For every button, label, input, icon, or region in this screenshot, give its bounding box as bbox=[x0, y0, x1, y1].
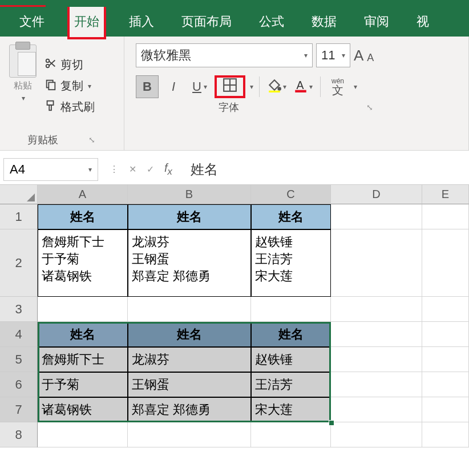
cell-d3[interactable] bbox=[331, 297, 422, 322]
tab-review[interactable]: 审阅 bbox=[359, 6, 394, 37]
cell-d2[interactable] bbox=[331, 229, 422, 297]
svg-rect-12 bbox=[269, 91, 280, 92]
cell-b8[interactable] bbox=[128, 422, 251, 447]
row-header-7[interactable]: 7 bbox=[0, 397, 38, 422]
tab-file[interactable]: 文件 bbox=[15, 6, 49, 37]
cell-d8[interactable] bbox=[331, 422, 422, 447]
formula-value[interactable]: 姓名 bbox=[180, 160, 218, 179]
cell-e6[interactable] bbox=[422, 372, 469, 397]
cell-c1[interactable]: 姓名 bbox=[251, 204, 331, 229]
copy-button[interactable]: 复制 ▾ bbox=[45, 78, 95, 94]
grow-font-button[interactable]: A bbox=[354, 47, 363, 64]
bold-button[interactable]: B bbox=[136, 75, 159, 98]
group-clipboard: 粘贴 ▾ 剪切 复制 ▾ bbox=[0, 37, 124, 150]
cell-c3[interactable] bbox=[251, 297, 331, 322]
cell-a1[interactable]: 姓名 bbox=[38, 204, 128, 229]
underline-button[interactable]: U ▾ bbox=[188, 75, 211, 98]
font-size-combo[interactable]: 11 ▾ bbox=[316, 43, 350, 67]
row-header-4[interactable]: 4 bbox=[0, 322, 38, 347]
cell-a5[interactable]: 詹姆斯下士 bbox=[38, 347, 128, 372]
cell-d6[interactable] bbox=[331, 372, 422, 397]
col-header-d[interactable]: D bbox=[331, 185, 422, 204]
row-header-3[interactable]: 3 bbox=[0, 297, 38, 322]
formula-options-icon[interactable]: ⋮ bbox=[110, 164, 119, 175]
cell-a8[interactable] bbox=[38, 422, 128, 447]
paste-icon bbox=[9, 45, 37, 78]
grid: A B C D E 1 姓名 姓名 姓名 2 詹姆斯下士 于予菊 诸葛钢铁 龙淑… bbox=[0, 185, 469, 447]
cell-b3[interactable] bbox=[128, 297, 251, 322]
font-launcher[interactable]: ⤡ bbox=[365, 102, 375, 112]
cut-button[interactable]: 剪切 bbox=[45, 57, 95, 72]
row-header-1[interactable]: 1 bbox=[0, 204, 38, 229]
cell-e1[interactable] bbox=[422, 204, 469, 229]
row-header-6[interactable]: 6 bbox=[0, 372, 38, 397]
col-header-c[interactable]: C bbox=[251, 185, 331, 204]
cell-d4[interactable] bbox=[331, 322, 422, 347]
font-color-icon: A bbox=[293, 78, 308, 96]
cell-e4[interactable] bbox=[422, 322, 469, 347]
row-header-2[interactable]: 2 bbox=[0, 229, 38, 297]
cell-c8[interactable] bbox=[251, 422, 331, 447]
tab-data[interactable]: 数据 bbox=[307, 6, 341, 37]
cell-b5[interactable]: 龙淑芬 bbox=[128, 347, 251, 372]
borders-button[interactable] bbox=[215, 75, 245, 98]
phonetic-guide-button[interactable]: wén 文 bbox=[326, 75, 349, 98]
cell-c6[interactable]: 王洁芳 bbox=[251, 372, 331, 397]
cell-e2[interactable] bbox=[422, 229, 469, 297]
tab-formulas[interactable]: 公式 bbox=[254, 6, 289, 37]
cell-e3[interactable] bbox=[422, 297, 469, 322]
cell-b1[interactable]: 姓名 bbox=[128, 204, 251, 229]
select-all-corner[interactable] bbox=[0, 185, 38, 204]
cut-label: 剪切 bbox=[60, 57, 83, 72]
cell-d7[interactable] bbox=[331, 397, 422, 422]
formula-bar: A4 ▾ ⋮ ✕ ✓ fx 姓名 bbox=[0, 154, 469, 185]
font-color-button[interactable]: A ▾ bbox=[292, 75, 314, 98]
chevron-down-icon: ▾ bbox=[88, 166, 92, 174]
cell-b2[interactable]: 龙淑芬 王钢蛋 郑喜定 郑德勇 bbox=[128, 229, 251, 297]
cell-e7[interactable] bbox=[422, 397, 469, 422]
clipboard-launcher[interactable]: ⤡ bbox=[87, 135, 97, 145]
chevron-down-icon[interactable]: ▾ bbox=[250, 83, 253, 91]
tab-page-layout[interactable]: 页面布局 bbox=[177, 6, 236, 37]
cancel-formula-icon[interactable]: ✕ bbox=[129, 164, 136, 175]
col-header-b[interactable]: B bbox=[128, 185, 251, 204]
cell-a6[interactable]: 于予菊 bbox=[38, 372, 128, 397]
name-box[interactable]: A4 ▾ bbox=[3, 158, 98, 181]
tab-home[interactable]: 开始 bbox=[67, 4, 106, 39]
col-header-e[interactable]: E bbox=[422, 185, 469, 204]
italic-button[interactable]: I bbox=[162, 75, 185, 98]
chevron-down-icon[interactable]: ▾ bbox=[354, 83, 357, 91]
cell-c2[interactable]: 赵铁锤 王洁芳 宋大莲 bbox=[251, 229, 331, 297]
cell-a2[interactable]: 詹姆斯下士 于予菊 诸葛钢铁 bbox=[38, 229, 128, 297]
tab-view[interactable]: 视 bbox=[412, 6, 434, 37]
row-header-5[interactable]: 5 bbox=[0, 347, 38, 372]
chevron-down-icon: ▾ bbox=[88, 82, 91, 90]
svg-rect-14 bbox=[295, 90, 306, 92]
format-painter-button[interactable]: 格式刷 bbox=[45, 99, 95, 115]
cell-a3[interactable] bbox=[38, 297, 128, 322]
cell-c5[interactable]: 赵铁锤 bbox=[251, 347, 331, 372]
cell-b6[interactable]: 王钢蛋 bbox=[128, 372, 251, 397]
cell-e8[interactable] bbox=[422, 422, 469, 447]
cell-c7[interactable]: 宋大莲 bbox=[251, 397, 331, 422]
cell-a7[interactable]: 诸葛钢铁 bbox=[38, 397, 128, 422]
fill-color-button[interactable]: ▾ bbox=[265, 75, 288, 98]
scissors-icon bbox=[45, 57, 57, 72]
font-name-combo[interactable]: 微软雅黑 ▾ bbox=[136, 43, 313, 67]
tab-insert[interactable]: 插入 bbox=[124, 6, 159, 37]
cell-e5[interactable] bbox=[422, 347, 469, 372]
fx-icon[interactable]: fx bbox=[164, 162, 172, 178]
accept-formula-icon[interactable]: ✓ bbox=[147, 164, 154, 175]
cell-d1[interactable] bbox=[331, 204, 422, 229]
shrink-font-button[interactable]: A bbox=[367, 52, 374, 64]
paste-label: 粘贴 bbox=[14, 80, 32, 92]
cell-b4[interactable]: 姓名 bbox=[128, 322, 251, 347]
cell-a4[interactable]: 姓名 bbox=[38, 322, 128, 347]
cell-d5[interactable] bbox=[331, 347, 422, 372]
col-header-a[interactable]: A bbox=[38, 185, 128, 204]
paste-button[interactable]: 粘贴 ▾ bbox=[6, 41, 40, 131]
cell-c4[interactable]: 姓名 bbox=[251, 322, 331, 347]
row-header-8[interactable]: 8 bbox=[0, 422, 38, 447]
cell-b7[interactable]: 郑喜定 郑德勇 bbox=[128, 397, 251, 422]
selection-fill-handle[interactable] bbox=[329, 420, 334, 426]
